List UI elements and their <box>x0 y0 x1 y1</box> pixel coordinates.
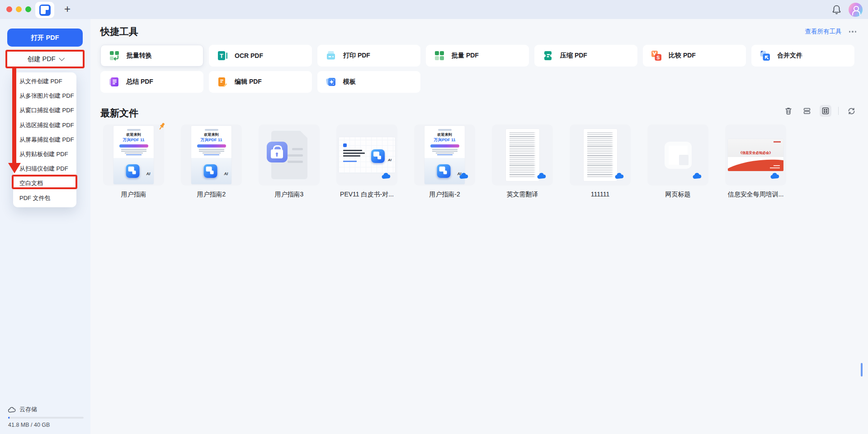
notification-bell-icon[interactable] <box>832 5 841 14</box>
poster-line2: 万兴PDF 11 <box>113 137 154 143</box>
tool-label: 比较 PDF <box>669 52 696 60</box>
poster-line1: 欢迎来到 <box>113 132 154 137</box>
delete-icon[interactable] <box>783 105 794 117</box>
menu-item-create-from-clipboard[interactable]: 从剪贴板创建 PDF <box>13 147 76 162</box>
file-card[interactable]: 《信息安全必知必会》 信息安全每周培训... <box>725 124 786 199</box>
pdfelement-app-icon <box>203 164 217 178</box>
annotation-arrow-head <box>8 163 21 173</box>
file-thumbnail-poster: 欢迎来到 万兴PDF 11 AI <box>103 124 164 186</box>
tool-card-batch-pdf[interactable]: 批量 PDF <box>426 45 529 67</box>
file-name: 用户指南3 <box>275 191 304 199</box>
quick-tools-title: 快捷工具 <box>100 25 138 38</box>
annotation-arrow-line <box>12 67 16 163</box>
svg-text:S: S <box>656 55 660 60</box>
file-card[interactable]: 网页标题 <box>647 124 708 199</box>
menu-item-create-from-scanner[interactable]: 从扫描仪创建 PDF <box>13 162 76 176</box>
toolbar-divider <box>838 107 839 115</box>
user-avatar[interactable] <box>849 3 863 17</box>
menu-item-create-from-window-capture[interactable]: 从窗口捕捉创建 PDF <box>13 103 76 118</box>
ai-label: AI <box>146 172 151 176</box>
tab-home[interactable] <box>35 2 54 18</box>
file-thumbnail-poster: 欢迎来到 万兴PDF 11 AI <box>414 124 475 186</box>
file-card[interactable]: 欢迎来到 万兴PDF 11 AI 用户指南-2 <box>414 124 475 199</box>
tool-card-summarize-pdf[interactable]: 总结 PDF <box>100 71 203 93</box>
file-thumbnail-whitepaper: AI <box>336 124 397 186</box>
sync-icon[interactable] <box>845 105 857 117</box>
file-thumbnail-textdoc <box>492 124 553 186</box>
file-card[interactable]: 111111 <box>570 124 631 199</box>
file-card[interactable]: 欢迎来到 万兴PDF 11 AI 用户指南 <box>103 124 164 199</box>
tool-card-edit-pdf[interactable]: 编辑 PDF <box>209 71 312 93</box>
ai-label: AI <box>224 172 228 176</box>
minimize-window-button[interactable] <box>16 6 22 12</box>
slide-title: 《信息安全必知必会》 <box>728 151 783 155</box>
new-tab-button[interactable]: + <box>61 2 74 16</box>
create-pdf-button[interactable]: 创建 PDF <box>7 52 83 67</box>
tool-label: 总结 PDF <box>126 78 153 86</box>
tool-card-ocr-pdf[interactable]: T OCR PDF <box>209 45 312 67</box>
tool-label: 打印 PDF <box>343 52 370 60</box>
annotation-box-create-pdf: 创建 PDF <box>5 50 85 68</box>
file-card[interactable]: AI PEV11 白皮书-对... <box>336 124 397 199</box>
tool-card-merge-files[interactable]: 合并文件 <box>751 45 854 67</box>
menu-item-create-from-screen-capture[interactable]: 从屏幕捕捉创建 PDF <box>13 133 76 147</box>
file-thumbnail-poster: 欢迎来到 万兴PDF 11 AI <box>181 124 242 186</box>
tool-card-compress-pdf[interactable]: 压缩 PDF <box>534 45 637 67</box>
file-name: PEV11 白皮书-对... <box>340 191 394 199</box>
poster-line2: 万兴PDF 11 <box>425 137 465 143</box>
cloud-sync-icon <box>693 172 702 179</box>
poster-line1: 欢迎来到 <box>425 132 465 137</box>
chevron-down-icon <box>59 55 65 61</box>
file-name: 用户指南-2 <box>429 191 460 199</box>
cloud-sync-icon <box>459 172 469 179</box>
file-card[interactable]: 欢迎来到 万兴PDF 11 AI 用户指南2 <box>181 124 242 199</box>
pdfelement-app-icon <box>437 164 450 178</box>
list-view-icon[interactable] <box>801 105 813 117</box>
batch-pdf-icon <box>434 50 445 62</box>
file-name: 网页标题 <box>665 191 691 199</box>
close-window-button[interactable] <box>6 6 12 12</box>
traffic-lights <box>6 6 31 12</box>
menu-item-create-from-selection-capture[interactable]: 从选区捕捉创建 PDF <box>13 118 76 133</box>
file-thumbnail-faint-logo <box>647 124 708 186</box>
menu-item-create-from-images[interactable]: 从多张图片创建 PDF <box>13 89 76 103</box>
cloud-storage-usage: 41.8 MB / 40 GB <box>8 422 50 428</box>
side-panel-handle[interactable] <box>861 363 863 377</box>
compare-icon: S <box>651 50 662 62</box>
cloud-sync-icon <box>382 172 391 179</box>
titlebar: + <box>0 0 868 19</box>
open-pdf-button[interactable]: 打开 PDF <box>7 29 83 47</box>
tool-card-batch-convert[interactable]: 批量转换 <box>100 45 203 67</box>
menu-item-create-from-file[interactable]: 从文件创建 PDF <box>13 74 76 89</box>
tool-label: 编辑 PDF <box>235 78 262 86</box>
cloud-sync-icon <box>615 172 624 179</box>
file-thumbnail-red-slide: 《信息安全必知必会》 <box>725 124 786 186</box>
menu-item-pdf-portfolio[interactable]: PDF 文件包 <box>13 191 76 205</box>
compress-icon <box>542 50 554 62</box>
cloud-sync-icon <box>537 172 547 179</box>
edit-icon <box>217 76 228 88</box>
grid-view-icon[interactable] <box>820 105 831 117</box>
view-all-tools-link[interactable]: 查看所有工具 <box>805 28 842 36</box>
cloud-sync-icon <box>770 172 780 179</box>
file-name: 信息安全每周培训... <box>728 191 784 199</box>
zoom-window-button[interactable] <box>25 6 31 12</box>
menu-item-blank-document[interactable]: 空白文档 <box>13 176 76 191</box>
file-name: 111111 <box>591 191 610 198</box>
template-icon <box>325 76 337 88</box>
pdfelement-app-icon <box>371 149 385 163</box>
tool-card-print-pdf[interactable]: 打印 PDF <box>317 45 420 67</box>
pdfelement-app-icon <box>126 164 139 178</box>
sidebar: 打开 PDF 创建 PDF 从文件创建 PDF 从多张图片创建 PDF 从窗口捕… <box>0 19 90 434</box>
tool-card-compare-pdf[interactable]: S 比较 PDF <box>643 45 746 67</box>
file-card[interactable]: 用户指南3 <box>259 124 320 199</box>
tool-card-templates[interactable]: 模板 <box>317 71 420 93</box>
cloud-storage-label: 云存储 <box>19 405 37 414</box>
poster-line2: 万兴PDF 11 <box>191 137 231 143</box>
print-icon <box>325 50 337 62</box>
file-card[interactable]: 英文需翻译 <box>492 124 553 199</box>
lock-icon <box>267 142 288 162</box>
batch-convert-icon <box>108 50 120 62</box>
file-name: 用户指南2 <box>197 191 226 199</box>
more-icon[interactable] <box>849 31 857 33</box>
